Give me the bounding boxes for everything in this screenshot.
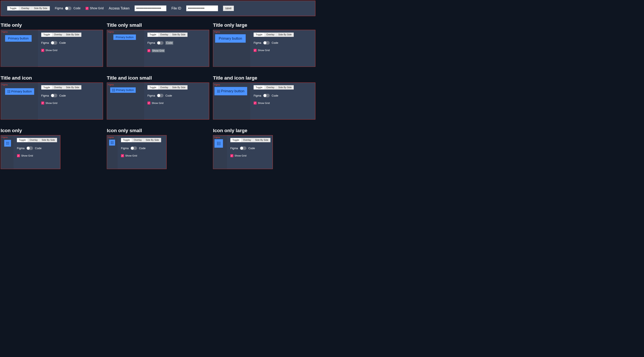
grid-dots-icon (111, 141, 114, 144)
section-title: Icon only large (213, 128, 315, 133)
story-controls: Toggle Overlay Side By Side Figma Code ✓… (250, 30, 315, 66)
show-grid-checkbox[interactable]: ✓ (17, 154, 20, 157)
seg-overlay[interactable]: Overlay (158, 85, 170, 90)
show-grid-check-wrap: ✓ Show Grid (254, 49, 270, 52)
primary-button[interactable]: Primary button (5, 35, 32, 42)
figma-code-switch[interactable] (65, 6, 71, 10)
show-grid-check-wrap: ✓ Show Grid (148, 102, 164, 104)
primary-button[interactable]: Primary button (215, 34, 246, 43)
figma-tag: Figma (2, 30, 8, 33)
seg-side-by-side[interactable]: Side By Side (64, 85, 81, 90)
figma-code-switch[interactable] (157, 41, 163, 45)
show-grid-checkbox[interactable]: ✓ (148, 49, 150, 52)
story-controls: Toggle Overlay Side By Side Figma Code ✓… (38, 30, 103, 66)
primary-button-label: Primary button (8, 37, 29, 40)
seg-toggle[interactable]: Toggle (148, 33, 158, 37)
seg-toggle[interactable]: Toggle (42, 85, 52, 90)
file-id-input[interactable] (186, 6, 218, 11)
preview-pane: Figma Primary button (213, 83, 250, 120)
show-grid-checkbox[interactable]: ✓ (41, 102, 44, 104)
section-title: Title only small (107, 22, 209, 28)
show-grid-checkbox[interactable]: ✓ (254, 102, 257, 104)
file-id-label: File ID (171, 6, 181, 10)
seg-side-by-side[interactable]: Side By Side (144, 138, 161, 142)
show-grid-checkbox[interactable]: ✓ (86, 7, 88, 10)
show-grid-check-wrap: ✓ Show Grid (17, 154, 33, 157)
figma-code-switch[interactable] (263, 94, 270, 98)
seg-overlay[interactable]: Overlay (241, 138, 253, 142)
seg-side-by-side[interactable]: Side By Side (276, 85, 294, 90)
switch-label-figma: Figma (41, 94, 49, 97)
view-mode-segmented: Toggle Overlay Side By Side (148, 85, 188, 90)
figma-code-switch[interactable] (130, 146, 137, 150)
view-mode-segmented: Toggle Overlay Side By Side (230, 138, 270, 142)
show-grid-checkbox[interactable]: ✓ (121, 154, 124, 157)
show-grid-check-wrap: ✓ Show Grid (86, 7, 104, 10)
seg-toggle[interactable]: Toggle (230, 138, 241, 142)
primary-button[interactable] (4, 140, 11, 146)
figma-code-switch[interactable] (26, 146, 33, 150)
seg-side-by-side[interactable]: Side By Side (253, 138, 270, 142)
show-grid-check-wrap: ✓ Show Grid (41, 49, 57, 52)
seg-overlay[interactable]: Overlay (132, 138, 144, 142)
seg-toggle[interactable]: Toggle (121, 138, 132, 142)
figma-code-switch[interactable] (51, 94, 57, 98)
show-grid-checkbox[interactable]: ✓ (230, 154, 234, 157)
grid-dots-icon (7, 90, 10, 93)
seg-side-by-side[interactable]: Side By Side (170, 85, 187, 90)
primary-button[interactable]: Primary button (110, 87, 136, 93)
seg-side-by-side[interactable]: Side By Side (32, 6, 50, 10)
show-grid-checkbox[interactable]: ✓ (254, 49, 257, 52)
seg-toggle[interactable]: Toggle (148, 85, 158, 90)
show-grid-label: Show Grid (152, 102, 164, 104)
primary-button[interactable] (109, 140, 115, 146)
seg-side-by-side[interactable]: Side By Side (170, 33, 187, 37)
seg-side-by-side[interactable]: Side By Side (64, 33, 81, 37)
primary-button[interactable]: Primary button (214, 87, 247, 95)
preview-pane: Figma (1, 136, 14, 169)
figma-code-switch[interactable] (157, 94, 163, 98)
section-title: Title only (1, 22, 103, 28)
show-grid-checkbox[interactable]: ✓ (148, 102, 150, 104)
access-token-input[interactable] (135, 6, 166, 11)
preview-pane: Figma (107, 136, 118, 169)
show-grid-checkbox[interactable]: ✓ (41, 49, 44, 52)
section-title: Icon only (1, 128, 103, 133)
figma-code-switch[interactable] (51, 41, 57, 44)
seg-overlay[interactable]: Overlay (52, 85, 64, 90)
seg-overlay[interactable]: Overlay (264, 85, 276, 90)
switch-label-figma: Figma (254, 94, 261, 97)
figma-tag: Figma (108, 136, 114, 138)
primary-button[interactable] (214, 139, 223, 148)
seg-toggle[interactable]: Toggle (254, 33, 264, 37)
seg-toggle[interactable]: Toggle (254, 85, 264, 90)
seg-overlay[interactable]: Overlay (28, 138, 40, 142)
primary-button-label: Primary button (219, 36, 242, 40)
seg-overlay[interactable]: Overlay (158, 33, 170, 37)
section-title: Title and icon large (213, 75, 315, 80)
show-grid-label: Show Grid (258, 102, 270, 104)
seg-overlay[interactable]: Overlay (19, 6, 32, 10)
figma-code-switch[interactable] (240, 146, 246, 150)
figma-code-switch-wrap: Figma Code (41, 94, 66, 98)
seg-toggle[interactable]: Toggle (42, 33, 52, 37)
primary-button[interactable]: Primary button (5, 88, 34, 95)
story-card: Figma Primary button Toggle Overlay Side… (213, 82, 315, 120)
story-card: Figma Primary button Toggle Overlay Side… (1, 30, 103, 67)
save-button[interactable]: save (223, 6, 234, 11)
figma-tag: Figma (108, 30, 114, 33)
switch-label-figma: Figma (121, 146, 128, 150)
figma-code-switch[interactable] (263, 41, 270, 44)
primary-button[interactable]: Primary button (113, 34, 136, 40)
seg-side-by-side[interactable]: Side By Side (276, 33, 294, 37)
story-card: Figma Toggle Overlay Side By Side Figma … (1, 135, 60, 169)
show-grid-check-wrap: ✓ Show Grid (254, 102, 270, 104)
seg-overlay[interactable]: Overlay (264, 33, 276, 37)
seg-side-by-side[interactable]: Side By Side (40, 138, 57, 142)
seg-toggle[interactable]: Toggle (7, 6, 19, 10)
seg-toggle[interactable]: Toggle (17, 138, 28, 142)
preview-pane: Figma Primary button (1, 83, 38, 120)
seg-overlay[interactable]: Overlay (52, 33, 64, 37)
figma-tag: Figma (214, 30, 220, 33)
story-card: Figma Toggle Overlay Side By Side Figma … (107, 135, 166, 169)
